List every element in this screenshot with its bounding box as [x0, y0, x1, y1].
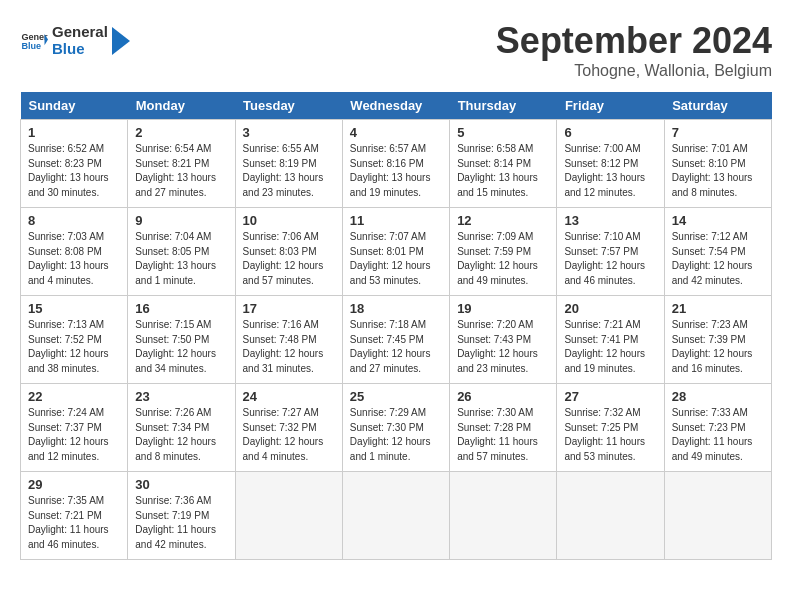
sunrise-label: Sunrise: 6:55 AM — [243, 143, 319, 154]
day-info: Sunrise: 7:04 AM Sunset: 8:05 PM Dayligh… — [135, 230, 227, 288]
daylight-label: Daylight: 12 hours and 16 minutes. — [672, 348, 753, 374]
title-area: September 2024 Tohogne, Wallonia, Belgiu… — [496, 20, 772, 80]
col-wednesday: Wednesday — [342, 92, 449, 120]
daylight-label: Daylight: 12 hours and 42 minutes. — [672, 260, 753, 286]
sunset-label: Sunset: 7:34 PM — [135, 422, 209, 433]
daylight-label: Daylight: 12 hours and 4 minutes. — [243, 436, 324, 462]
calendar-day-cell: 23 Sunrise: 7:26 AM Sunset: 7:34 PM Dayl… — [128, 384, 235, 472]
calendar-day-cell: 18 Sunrise: 7:18 AM Sunset: 7:45 PM Dayl… — [342, 296, 449, 384]
month-title: September 2024 — [496, 20, 772, 62]
calendar-day-cell — [342, 472, 449, 560]
sunset-label: Sunset: 8:19 PM — [243, 158, 317, 169]
daylight-label: Daylight: 12 hours and 31 minutes. — [243, 348, 324, 374]
sunrise-label: Sunrise: 7:04 AM — [135, 231, 211, 242]
daylight-label: Daylight: 13 hours and 12 minutes. — [564, 172, 645, 198]
daylight-label: Daylight: 13 hours and 27 minutes. — [135, 172, 216, 198]
daylight-label: Daylight: 12 hours and 34 minutes. — [135, 348, 216, 374]
daylight-label: Daylight: 12 hours and 27 minutes. — [350, 348, 431, 374]
day-number: 19 — [457, 301, 549, 316]
calendar-week-row: 1 Sunrise: 6:52 AM Sunset: 8:23 PM Dayli… — [21, 120, 772, 208]
logo-blue: Blue — [52, 41, 108, 58]
sunset-label: Sunset: 7:52 PM — [28, 334, 102, 345]
header-row: Sunday Monday Tuesday Wednesday Thursday… — [21, 92, 772, 120]
calendar-day-cell: 1 Sunrise: 6:52 AM Sunset: 8:23 PM Dayli… — [21, 120, 128, 208]
daylight-label: Daylight: 11 hours and 53 minutes. — [564, 436, 645, 462]
day-info: Sunrise: 6:54 AM Sunset: 8:21 PM Dayligh… — [135, 142, 227, 200]
sunrise-label: Sunrise: 7:10 AM — [564, 231, 640, 242]
sunrise-label: Sunrise: 7:07 AM — [350, 231, 426, 242]
day-number: 16 — [135, 301, 227, 316]
day-number: 13 — [564, 213, 656, 228]
logo-general: General — [52, 24, 108, 41]
calendar-day-cell: 21 Sunrise: 7:23 AM Sunset: 7:39 PM Dayl… — [664, 296, 771, 384]
day-number: 22 — [28, 389, 120, 404]
day-number: 25 — [350, 389, 442, 404]
daylight-label: Daylight: 13 hours and 30 minutes. — [28, 172, 109, 198]
col-monday: Monday — [128, 92, 235, 120]
day-number: 6 — [564, 125, 656, 140]
day-info: Sunrise: 7:26 AM Sunset: 7:34 PM Dayligh… — [135, 406, 227, 464]
logo-arrow-icon — [112, 27, 130, 55]
daylight-label: Daylight: 12 hours and 38 minutes. — [28, 348, 109, 374]
day-info: Sunrise: 7:27 AM Sunset: 7:32 PM Dayligh… — [243, 406, 335, 464]
calendar-day-cell — [664, 472, 771, 560]
calendar-day-cell: 13 Sunrise: 7:10 AM Sunset: 7:57 PM Dayl… — [557, 208, 664, 296]
day-number: 30 — [135, 477, 227, 492]
col-thursday: Thursday — [450, 92, 557, 120]
sunset-label: Sunset: 8:08 PM — [28, 246, 102, 257]
calendar-day-cell: 11 Sunrise: 7:07 AM Sunset: 8:01 PM Dayl… — [342, 208, 449, 296]
svg-text:Blue: Blue — [21, 41, 41, 51]
calendar-day-cell — [557, 472, 664, 560]
sunrise-label: Sunrise: 7:01 AM — [672, 143, 748, 154]
calendar-day-cell: 16 Sunrise: 7:15 AM Sunset: 7:50 PM Dayl… — [128, 296, 235, 384]
sunrise-label: Sunrise: 6:54 AM — [135, 143, 211, 154]
calendar-day-cell — [235, 472, 342, 560]
day-number: 29 — [28, 477, 120, 492]
calendar-day-cell: 2 Sunrise: 6:54 AM Sunset: 8:21 PM Dayli… — [128, 120, 235, 208]
daylight-label: Daylight: 13 hours and 15 minutes. — [457, 172, 538, 198]
calendar-day-cell: 30 Sunrise: 7:36 AM Sunset: 7:19 PM Dayl… — [128, 472, 235, 560]
sunrise-label: Sunrise: 7:33 AM — [672, 407, 748, 418]
day-info: Sunrise: 7:09 AM Sunset: 7:59 PM Dayligh… — [457, 230, 549, 288]
sunset-label: Sunset: 8:21 PM — [135, 158, 209, 169]
day-info: Sunrise: 7:10 AM Sunset: 7:57 PM Dayligh… — [564, 230, 656, 288]
calendar-day-cell: 24 Sunrise: 7:27 AM Sunset: 7:32 PM Dayl… — [235, 384, 342, 472]
day-number: 8 — [28, 213, 120, 228]
sunrise-label: Sunrise: 7:09 AM — [457, 231, 533, 242]
daylight-label: Daylight: 11 hours and 46 minutes. — [28, 524, 109, 550]
sunrise-label: Sunrise: 7:30 AM — [457, 407, 533, 418]
daylight-label: Daylight: 13 hours and 4 minutes. — [28, 260, 109, 286]
daylight-label: Daylight: 11 hours and 42 minutes. — [135, 524, 216, 550]
day-info: Sunrise: 6:57 AM Sunset: 8:16 PM Dayligh… — [350, 142, 442, 200]
sunset-label: Sunset: 7:32 PM — [243, 422, 317, 433]
page-header: General Blue General Blue September 2024… — [20, 20, 772, 80]
sunset-label: Sunset: 7:19 PM — [135, 510, 209, 521]
day-info: Sunrise: 7:33 AM Sunset: 7:23 PM Dayligh… — [672, 406, 764, 464]
calendar-day-cell: 20 Sunrise: 7:21 AM Sunset: 7:41 PM Dayl… — [557, 296, 664, 384]
day-info: Sunrise: 7:16 AM Sunset: 7:48 PM Dayligh… — [243, 318, 335, 376]
sunset-label: Sunset: 7:50 PM — [135, 334, 209, 345]
day-info: Sunrise: 7:00 AM Sunset: 8:12 PM Dayligh… — [564, 142, 656, 200]
day-number: 12 — [457, 213, 549, 228]
sunset-label: Sunset: 7:21 PM — [28, 510, 102, 521]
sunrise-label: Sunrise: 7:35 AM — [28, 495, 104, 506]
day-info: Sunrise: 6:55 AM Sunset: 8:19 PM Dayligh… — [243, 142, 335, 200]
sunrise-label: Sunrise: 7:15 AM — [135, 319, 211, 330]
col-friday: Friday — [557, 92, 664, 120]
sunrise-label: Sunrise: 7:23 AM — [672, 319, 748, 330]
day-info: Sunrise: 7:01 AM Sunset: 8:10 PM Dayligh… — [672, 142, 764, 200]
sunset-label: Sunset: 7:41 PM — [564, 334, 638, 345]
daylight-label: Daylight: 13 hours and 19 minutes. — [350, 172, 431, 198]
sunset-label: Sunset: 8:12 PM — [564, 158, 638, 169]
calendar-day-cell: 7 Sunrise: 7:01 AM Sunset: 8:10 PM Dayli… — [664, 120, 771, 208]
day-info: Sunrise: 7:06 AM Sunset: 8:03 PM Dayligh… — [243, 230, 335, 288]
day-info: Sunrise: 7:35 AM Sunset: 7:21 PM Dayligh… — [28, 494, 120, 552]
calendar-day-cell: 14 Sunrise: 7:12 AM Sunset: 7:54 PM Dayl… — [664, 208, 771, 296]
calendar-week-row: 29 Sunrise: 7:35 AM Sunset: 7:21 PM Dayl… — [21, 472, 772, 560]
sunset-label: Sunset: 7:59 PM — [457, 246, 531, 257]
day-number: 23 — [135, 389, 227, 404]
calendar-day-cell: 4 Sunrise: 6:57 AM Sunset: 8:16 PM Dayli… — [342, 120, 449, 208]
calendar-table: Sunday Monday Tuesday Wednesday Thursday… — [20, 92, 772, 560]
day-info: Sunrise: 7:12 AM Sunset: 7:54 PM Dayligh… — [672, 230, 764, 288]
sunset-label: Sunset: 8:10 PM — [672, 158, 746, 169]
